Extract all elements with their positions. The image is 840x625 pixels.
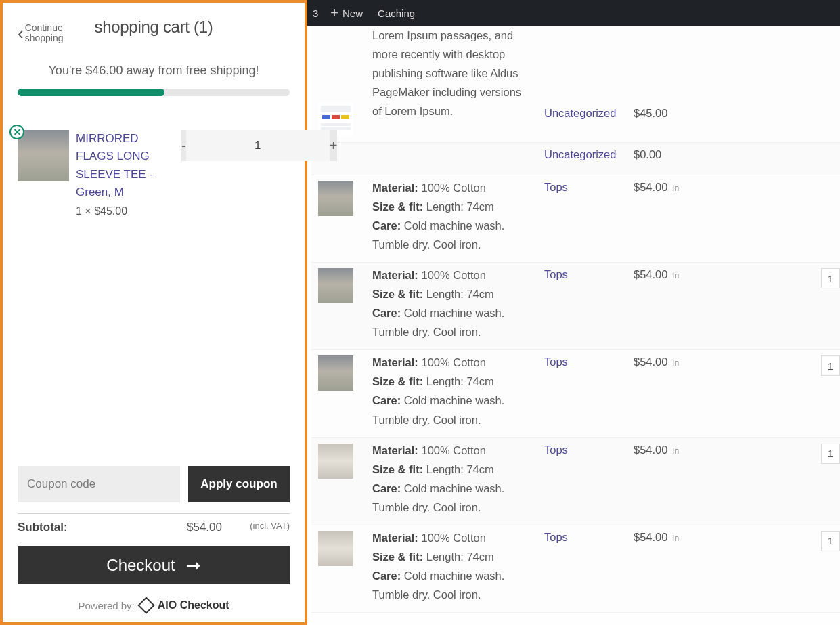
product-thumbnail[interactable] (318, 181, 353, 216)
subtotal-value: $54.00 (187, 521, 222, 534)
cart-item-thumbnail[interactable] (18, 130, 69, 181)
subtotal-row: Subtotal: $54.00 (incl. VAT) (18, 513, 290, 534)
shipping-progress-bar (18, 89, 290, 96)
quantity-stepper: - + (181, 130, 290, 161)
price-cell: $54.00 In (631, 438, 682, 525)
table-row: Lorem Ipsum passages, and more recently … (311, 26, 840, 143)
category-link[interactable]: Tops (544, 531, 568, 543)
product-description: Material: 100% Cotton Size & fit: Length… (352, 263, 541, 349)
qty-increase-button[interactable]: + (330, 130, 338, 161)
svg-rect-3 (321, 106, 351, 112)
plus-icon[interactable]: + (330, 6, 338, 20)
price-cell: $54.00 In (631, 263, 682, 349)
category-link[interactable]: Tops (544, 444, 568, 456)
table-row: Material: 100% Cotton Size & fit: Length… (311, 350, 840, 437)
price-cell: $54.00 In (631, 525, 682, 612)
cart-header: ‹ Continue shopping shopping cart (1) (18, 18, 290, 37)
shipping-progress-fill (18, 89, 164, 96)
aio-logo-icon (137, 597, 154, 613)
powered-brand[interactable]: AIO Checkout (158, 599, 229, 611)
product-description: Material: 100% Cotton Size & fit: Length… (352, 438, 541, 525)
category-link[interactable]: Uncategorized (544, 148, 616, 160)
checkout-button[interactable]: Checkout ➞ (18, 546, 290, 584)
product-thumbnail[interactable] (318, 355, 353, 391)
stock-badge: 1 (821, 531, 840, 551)
cart-item-name[interactable]: MIRRORED FLAGS LONG SLEEVE TEE - Green, … (76, 130, 176, 201)
continue-shopping-link[interactable]: ‹ Continue shopping (18, 23, 64, 44)
powered-by: Powered by: AIO Checkout (18, 599, 290, 611)
table-row: Material: 100% Cotton Size & fit: Length… (311, 525, 840, 613)
product-description: Material: 100% Cotton Size & fit: Length… (352, 175, 541, 262)
product-description: Lorem Ipsum passages, and more recently … (352, 26, 541, 141)
apply-coupon-button[interactable]: Apply coupon (188, 466, 290, 502)
table-row: Uncategorized $0.00 (311, 143, 840, 175)
svg-rect-2 (341, 115, 349, 119)
price-cell: $54.00 In (631, 175, 682, 262)
product-thumbnail[interactable] (318, 268, 353, 303)
arrow-right-icon: ➞ (186, 555, 201, 576)
stock-badge: 1 (821, 355, 840, 376)
coupon-input[interactable] (18, 466, 180, 502)
table-row: Material: 100% Cotton Size & fit: Length… (311, 175, 840, 263)
category-link[interactable]: Tops (544, 355, 568, 368)
admin-count[interactable]: 3 (313, 7, 318, 19)
cart-item-qty-price: 1 × $45.00 (76, 205, 176, 217)
cart-item: MIRRORED FLAGS LONG SLEEVE TEE - Green, … (18, 130, 290, 217)
category-link[interactable]: Uncategorized (544, 107, 616, 119)
admin-new-link[interactable]: New (342, 7, 363, 19)
svg-rect-1 (332, 115, 340, 119)
product-description: Material: 100% Cotton Size & fit: Length… (352, 350, 541, 437)
admin-caching-link[interactable]: Caching (378, 7, 415, 19)
category-link[interactable]: Tops (544, 181, 568, 193)
product-thumbnail[interactable] (318, 531, 353, 566)
vat-note: (incl. VAT) (250, 521, 290, 531)
chevron-left-icon: ‹ (18, 24, 24, 43)
qty-input[interactable] (186, 130, 330, 161)
stock-badge: 1 (821, 268, 840, 288)
qty-decrease-button[interactable]: - (181, 130, 186, 161)
table-row: Material: 100% Cotton Size & fit: Length… (311, 438, 840, 525)
svg-rect-4 (321, 123, 351, 126)
product-description: Material: 100% Cotton Size & fit: Length… (352, 525, 541, 612)
category-link[interactable]: Tops (544, 268, 568, 280)
svg-rect-0 (322, 115, 330, 119)
coupon-row: Apply coupon (18, 466, 290, 502)
price-cell: $54.00 In (631, 350, 682, 437)
price-cell: $0.00 (631, 143, 664, 175)
free-shipping-message: You're $46.00 away from free shipping! (18, 64, 290, 78)
table-row: Material: 100% Cotton Size & fit: Length… (311, 263, 840, 350)
remove-item-button[interactable] (9, 125, 24, 139)
subtotal-label: Subtotal: (18, 521, 68, 534)
product-thumbnail[interactable] (318, 444, 353, 479)
price-cell: $45.00 (631, 26, 670, 125)
product-table: Lorem Ipsum passages, and more recently … (311, 26, 840, 625)
stock-badge: 1 (821, 444, 840, 464)
cart-panel: ‹ Continue shopping shopping cart (1) Yo… (0, 0, 307, 625)
